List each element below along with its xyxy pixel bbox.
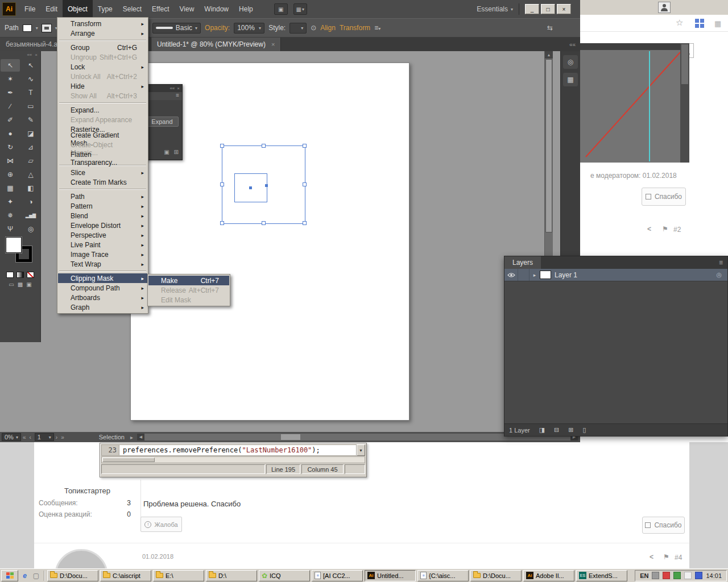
- menu-item-live-paint[interactable]: Live Paint: [58, 240, 147, 250]
- scale-tool[interactable]: ⊿: [21, 141, 40, 153]
- panel-menu-icon[interactable]: ≡: [176, 92, 179, 100]
- start-button[interactable]: [1, 570, 18, 581]
- menu-item-image-trace[interactable]: Image Trace: [58, 250, 147, 259]
- fill-swatch[interactable]: [23, 24, 32, 32]
- status-menu-icon[interactable]: ▸: [130, 434, 133, 440]
- last-artboard-icon[interactable]: »: [61, 434, 64, 440]
- new-sublayer-icon[interactable]: ⊟: [554, 426, 559, 434]
- scrollbar-thumb[interactable]: [545, 59, 552, 232]
- dock-toggle-icon[interactable]: ⇆: [547, 24, 553, 32]
- perspective-grid-tool[interactable]: △: [21, 168, 40, 181]
- shape-builder-tool[interactable]: ⊕: [1, 168, 20, 181]
- editor-scrollbar[interactable]: [101, 456, 365, 463]
- quick-launch-browser-icon[interactable]: e: [20, 571, 30, 580]
- scroll-up-icon[interactable]: ▲: [545, 51, 553, 59]
- maximize-button[interactable]: □: [541, 4, 555, 14]
- menu-item-flatten-transparency[interactable]: Flatten Transparency...: [58, 153, 147, 163]
- eyedropper-tool[interactable]: ✦: [1, 196, 20, 208]
- line-segment-tool[interactable]: ∕: [1, 100, 20, 113]
- lasso-tool[interactable]: ∿: [21, 73, 40, 85]
- menu-item-clipping-mask[interactable]: Clipping Mask: [58, 273, 147, 283]
- menu-help[interactable]: Help: [234, 0, 258, 18]
- close-icon[interactable]: ×: [35, 52, 38, 59]
- taskbar-button[interactable]: ✿ICQ: [259, 570, 310, 581]
- selection-handle[interactable]: [303, 144, 307, 148]
- menu-item-lock[interactable]: Lock: [58, 62, 147, 72]
- taskbar-button[interactable]: ≡{C:\aisc...: [417, 570, 469, 581]
- rotate-tool[interactable]: ↻: [1, 141, 20, 153]
- opacity-link[interactable]: Opacity:: [205, 24, 230, 32]
- none-button[interactable]: [27, 272, 34, 278]
- taskbar-button[interactable]: ≡[AI CC2...: [312, 570, 363, 581]
- submenu-item-make[interactable]: MakeCtrl+7: [148, 276, 229, 285]
- menu-item-transform[interactable]: Transform: [58, 19, 147, 28]
- tray-icon[interactable]: [673, 572, 681, 579]
- show-desktop-icon[interactable]: ▢: [31, 571, 41, 580]
- code-line[interactable]: preferences.removePreference("LastNumber…: [119, 444, 357, 456]
- magic-wand-tool[interactable]: ✶: [1, 73, 20, 85]
- artboard-combo[interactable]: 1▾: [35, 433, 54, 441]
- attachment-image[interactable]: [580, 43, 680, 163]
- layer-name[interactable]: Layer 1: [555, 271, 577, 279]
- menu-effect[interactable]: Effect: [147, 0, 174, 18]
- selection-handle[interactable]: [220, 144, 224, 148]
- close-icon[interactable]: ×: [177, 86, 180, 92]
- menu-item-compound-path[interactable]: Compound Path: [58, 283, 147, 293]
- bookmark-flag-icon[interactable]: ⚑: [663, 553, 669, 561]
- language-indicator[interactable]: EN: [640, 572, 648, 579]
- menu-item-text-wrap[interactable]: Text Wrap: [58, 259, 147, 269]
- taskbar-button[interactable]: D:\Docu...: [470, 570, 522, 581]
- menu-item-pattern[interactable]: Pattern: [58, 201, 147, 211]
- share-icon[interactable]: <: [650, 553, 653, 561]
- menu-item-arrange[interactable]: Arrange: [58, 28, 147, 38]
- menu-item-group[interactable]: GroupCtrl+G: [58, 43, 147, 52]
- hand-tool[interactable]: Ψ: [1, 223, 20, 235]
- selection-tool[interactable]: ↖: [1, 59, 20, 72]
- tab-close-icon[interactable]: ×: [271, 41, 275, 48]
- collapse-panel-icon[interactable]: ««: [169, 86, 175, 92]
- blend-tool[interactable]: ◑: [21, 196, 40, 208]
- next-artboard-icon[interactable]: ›: [56, 434, 57, 440]
- minimize-button[interactable]: _: [525, 4, 539, 14]
- zoom-tool[interactable]: ◎: [21, 223, 40, 235]
- gradient-tool[interactable]: ◧: [21, 182, 40, 194]
- style-combo[interactable]: ▾: [289, 23, 307, 34]
- bookmark-flag-icon[interactable]: ⚑: [662, 225, 668, 233]
- prev-artboard-icon[interactable]: ‹: [29, 434, 31, 440]
- collapsed-panel-icon[interactable]: ▦: [563, 73, 578, 86]
- scrollbar-thumb[interactable]: [681, 44, 688, 84]
- rectangle-tool[interactable]: ▭: [21, 100, 40, 113]
- panel-icon[interactable]: ⊞: [174, 149, 179, 155]
- tray-icon[interactable]: [695, 572, 702, 579]
- stroke-swatch[interactable]: [42, 24, 51, 32]
- fill-color-swatch[interactable]: [6, 237, 22, 253]
- tiles-icon[interactable]: ▦: [714, 19, 721, 28]
- collapse-dock-icon[interactable]: ««: [569, 41, 580, 48]
- menu-type[interactable]: Type: [93, 0, 118, 18]
- scroll-left-icon[interactable]: ◀: [137, 434, 144, 440]
- transform-link[interactable]: Transform: [340, 24, 370, 32]
- bookmark-star-icon[interactable]: ☆: [676, 18, 683, 28]
- tray-icon[interactable]: [652, 572, 659, 579]
- post-number-upper[interactable]: #2: [673, 226, 681, 234]
- new-layer-icon[interactable]: ⊞: [568, 426, 573, 434]
- bridge-icon[interactable]: ▣: [274, 3, 288, 15]
- taskbar-button-active[interactable]: AiUntitled...: [365, 570, 416, 581]
- recolor-artwork-icon[interactable]: ⊙: [311, 24, 316, 32]
- free-transform-tool[interactable]: ▱: [21, 155, 40, 167]
- draw-normal-icon[interactable]: ▭: [9, 281, 14, 288]
- make-clipping-mask-icon[interactable]: ◨: [539, 426, 545, 434]
- scrollbar-thumb[interactable]: [281, 434, 300, 440]
- thanks-button-lower[interactable]: Спасибо: [642, 517, 685, 534]
- menu-window[interactable]: Window: [199, 0, 234, 18]
- selection-handle[interactable]: [303, 221, 307, 225]
- menu-item-envelope-distort[interactable]: Envelope Distort: [58, 221, 147, 230]
- close-button[interactable]: ×: [557, 4, 571, 14]
- tray-icon[interactable]: [684, 572, 692, 579]
- menu-file[interactable]: File: [19, 0, 40, 18]
- selection-handle[interactable]: [303, 182, 307, 186]
- eraser-tool[interactable]: ◪: [21, 127, 40, 140]
- scrollbar-thumb[interactable]: [102, 458, 155, 462]
- menu-item-blend[interactable]: Blend: [58, 211, 147, 221]
- align-link[interactable]: Align: [320, 24, 336, 32]
